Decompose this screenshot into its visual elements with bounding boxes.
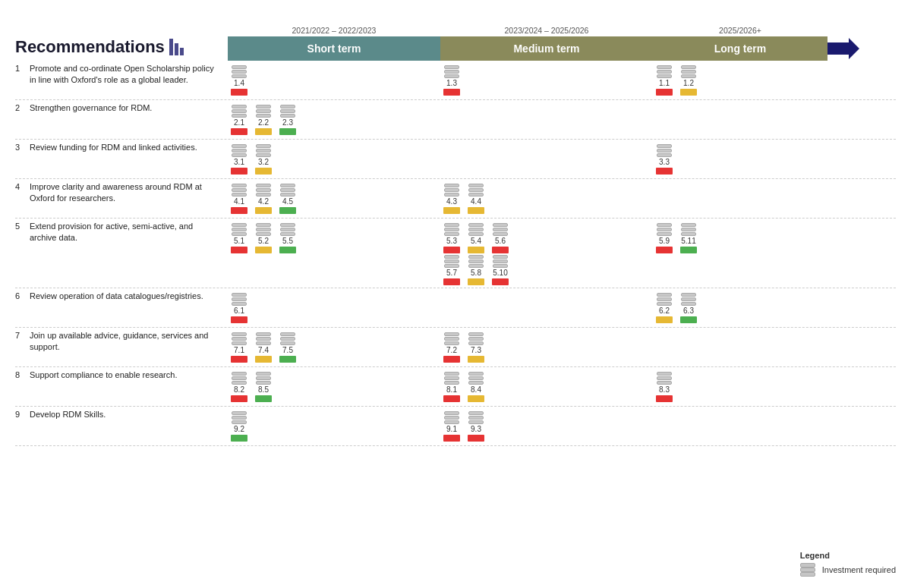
badge-5.4: 5.4 (467, 223, 485, 253)
rec-label-8: 8Support compliance to enable research. (15, 369, 228, 381)
rec-row-4: 4Improve clarity and awareness around RD… (15, 179, 896, 219)
badge-8.2: 8.2 (230, 372, 248, 402)
stack-icon (800, 563, 818, 577)
legend-item-text: Investment required (822, 565, 896, 574)
badge-6.1: 6.1 (230, 293, 248, 323)
year-label-medium: 2023/2024 – 2025/2026 (440, 26, 653, 35)
badge-3.3: 3.3 (655, 144, 673, 175)
badge-8.5: 8.5 (254, 372, 273, 402)
year-label-short: 2021/2022 – 2022/2023 (228, 26, 440, 35)
rec-label-3: 3Review funding for RDM and linked activ… (15, 142, 228, 153)
badge-2.1: 2.1 (230, 105, 248, 135)
badge-8.4: 8.4 (467, 372, 485, 402)
rec-label-1: 1Promote and co-ordinate Open Scholarshi… (15, 63, 228, 86)
badge-7.2: 7.2 (443, 332, 461, 363)
badge-4.5: 4.5 (279, 184, 297, 214)
badge-4.2: 4.2 (254, 184, 273, 214)
rec-label-6: 6Review operation of data catalogues/reg… (15, 291, 228, 302)
rec-row-3: 3Review funding for RDM and linked activ… (15, 140, 896, 179)
svg-marker-0 (827, 38, 859, 59)
badge-5.1: 5.1 (230, 223, 248, 253)
badge-4.3: 4.3 (443, 184, 461, 214)
badge-7.4: 7.4 (254, 332, 273, 363)
badge-1.2: 1.2 (679, 65, 698, 96)
badge-9.1: 9.1 (443, 411, 461, 442)
arrow-icon (827, 36, 859, 61)
term-long: Long term (653, 36, 827, 61)
badge-9.2: 9.2 (230, 411, 248, 442)
badge-5.9: 5.9 (655, 223, 673, 253)
legend-item: Investment required (800, 563, 896, 577)
rec-label-9: 9Develop RDM Skills. (15, 409, 228, 420)
rec-row-9: 9Develop RDM Skills.9.29.19.3 (15, 407, 896, 446)
badge-5.3: 5.3 (443, 223, 461, 253)
page: Recommendations 2021/2022 – 2022/2023 20… (0, 0, 911, 588)
recommendations-list: 1Promote and co-ordinate Open Scholarshi… (15, 61, 896, 580)
badge-5.6: 5.6 (491, 223, 509, 253)
badge-2.3: 2.3 (279, 105, 297, 135)
rec-row-8: 8Support compliance to enable research.8… (15, 367, 896, 407)
badge-6.2: 6.2 (655, 293, 673, 323)
badge-5.10: 5.10 (491, 255, 509, 285)
badge-7.3: 7.3 (467, 332, 485, 363)
badge-7.5: 7.5 (279, 332, 297, 363)
header-row: Recommendations 2021/2022 – 2022/2023 20… (15, 8, 896, 61)
badge-6.3: 6.3 (679, 293, 698, 323)
rec-row-6: 6Review operation of data catalogues/reg… (15, 288, 896, 328)
badge-5.7: 5.7 (443, 255, 461, 285)
rec-row-7: 7Join up available advice, guidance, ser… (15, 328, 896, 367)
badge-8.3: 8.3 (655, 372, 673, 402)
rec-row-1: 1Promote and co-ordinate Open Scholarshi… (15, 61, 896, 100)
badge-5.5: 5.5 (279, 223, 297, 253)
badge-1.1: 1.1 (655, 65, 673, 96)
title-text: Recommendations (15, 37, 165, 57)
badge-5.11: 5.11 (679, 223, 698, 253)
badge-7.1: 7.1 (230, 332, 248, 363)
badge-1.3: 1.3 (443, 65, 461, 96)
badge-5.8: 5.8 (467, 255, 485, 285)
rec-label-4: 4Improve clarity and awareness around RD… (15, 181, 228, 205)
rec-row-5: 5Extend provision for active, semi-activ… (15, 219, 896, 288)
rec-label-7: 7Join up available advice, guidance, ser… (15, 330, 228, 354)
badge-4.1: 4.1 (230, 184, 248, 214)
rec-label-5: 5Extend provision for active, semi-activ… (15, 221, 228, 244)
bar1 (169, 39, 173, 55)
badge-9.3: 9.3 (467, 411, 485, 442)
header-timeline: 2021/2022 – 2022/2023 2023/2024 – 2025/2… (228, 26, 896, 61)
badge-3.1: 3.1 (230, 144, 248, 175)
term-medium: Medium term (440, 36, 653, 61)
badge-3.2: 3.2 (254, 144, 273, 175)
title-decoration (169, 39, 184, 55)
rec-label-2: 2Strengthen governance for RDM. (15, 102, 228, 114)
badge-2.2: 2.2 (254, 105, 273, 135)
legend-title: Legend (800, 551, 896, 560)
badge-8.1: 8.1 (443, 372, 461, 402)
bar2 (175, 43, 178, 55)
year-labels: 2021/2022 – 2022/2023 2023/2024 – 2025/2… (228, 26, 896, 35)
badge-4.4: 4.4 (467, 184, 485, 214)
badge-5.2: 5.2 (254, 223, 273, 253)
page-title: Recommendations (15, 37, 228, 61)
legend: Legend Investment required (800, 551, 896, 577)
rec-row-2: 2Strengthen governance for RDM.2.12.22.3 (15, 100, 896, 140)
badge-1.4: 1.4 (230, 65, 248, 96)
bar3 (180, 48, 184, 55)
term-short: Short term (228, 36, 440, 61)
year-label-long: 2025/2026+ (653, 26, 827, 35)
